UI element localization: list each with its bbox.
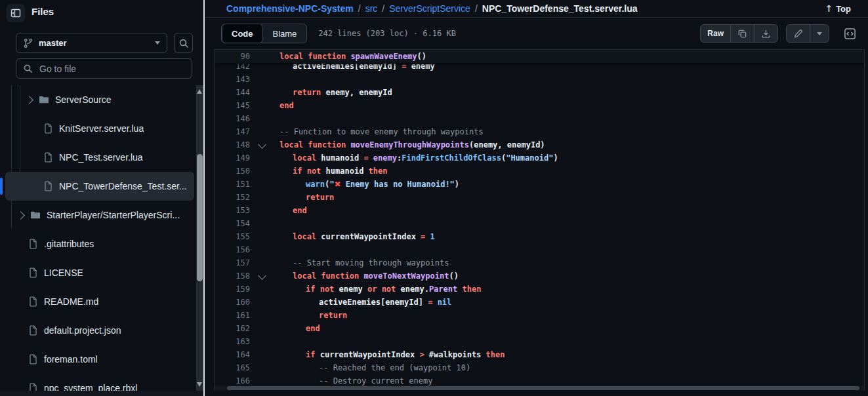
line-number[interactable]: 151 (215, 178, 250, 191)
line-number[interactable]: 155 (215, 230, 250, 243)
tree-item[interactable]: LICENSE (5, 258, 194, 287)
code-token: end (279, 101, 294, 110)
tree-item-label: KnitServer.server.lua (59, 123, 144, 134)
line-number[interactable]: 154 (215, 217, 250, 230)
tree-item[interactable]: KnitServer.server.lua (5, 114, 194, 143)
copy-raw-button[interactable] (730, 25, 754, 42)
scrollbar-thumb[interactable] (227, 386, 859, 390)
breadcrumb: Comprehensive-NPC-System/src/ServerScrip… (226, 3, 638, 14)
raw-button-group: Raw (700, 24, 778, 43)
line-number[interactable]: 156 (215, 243, 250, 256)
line-number[interactable]: 153 (215, 204, 250, 217)
tree-item-label: NPC_TowerDefense_Test.ser... (59, 181, 187, 191)
file-icon (43, 123, 53, 134)
edit-options-button[interactable] (810, 25, 829, 42)
breadcrumb-link[interactable]: ServerScriptService (389, 3, 470, 14)
tree-item[interactable]: README.md (5, 287, 194, 316)
breadcrumb-current-file: NPC_TowerDefense_Test.server.lua (482, 3, 638, 14)
code-text: -- Start moving through waypoints (279, 256, 449, 269)
line-number[interactable]: 90 (215, 50, 250, 63)
line-number[interactable]: 149 (215, 151, 250, 165)
code-token: = (363, 153, 368, 163)
line-number[interactable]: 162 (215, 322, 250, 335)
raw-button[interactable]: Raw (701, 25, 730, 42)
code-token: return (306, 193, 334, 202)
code-line: 165-- Reached the end (waypoint 10) (215, 361, 864, 374)
line-number[interactable]: 152 (215, 191, 250, 204)
tree-item[interactable]: ServerSource (5, 85, 194, 114)
scroll-up-arrow-icon[interactable] (197, 89, 202, 94)
fold-chevron-icon[interactable] (258, 140, 266, 149)
tree-item[interactable]: NPC_TowerDefense_Test.ser... (5, 172, 194, 201)
code-square-icon (844, 28, 856, 40)
edit-file-button[interactable] (787, 25, 810, 42)
line-number[interactable]: 147 (215, 125, 250, 138)
code-text: local function moveToNextWaypoint() (279, 269, 459, 283)
top-link-label: Top (836, 4, 851, 14)
code-token: Parent (429, 285, 457, 294)
sidebar-collapse-icon[interactable] (7, 4, 25, 22)
code-token: humanoid (321, 153, 363, 163)
line-number[interactable]: 163 (215, 335, 250, 348)
breadcrumb-link[interactable]: Comprehensive-NPC-System (226, 3, 354, 14)
breadcrumb-link[interactable]: src (365, 3, 378, 14)
code-token: (enemy, enemyId) (469, 140, 545, 149)
code-token: warn (306, 180, 325, 189)
tree-item-label: foreman.toml (44, 354, 98, 365)
fold-chevron-icon[interactable] (258, 271, 266, 280)
file-tree-sidebar: Files master (0, 0, 203, 396)
tree-item-label: ServerSource (55, 94, 112, 105)
code-token: then (462, 285, 481, 294)
code-token: "Humanoid" (506, 153, 553, 163)
code-line: 158local function moveToNextWaypoint() (215, 269, 864, 283)
line-number[interactable]: 161 (215, 309, 250, 322)
git-branch-icon (23, 38, 33, 49)
line-number[interactable]: 165 (215, 361, 250, 374)
tree-item[interactable]: .gitattributes (5, 229, 194, 258)
scroll-down-arrow-icon[interactable] (197, 382, 202, 387)
code-horizontal-scrollbar[interactable] (215, 386, 864, 391)
download-button[interactable] (754, 25, 777, 42)
code-token: then (369, 167, 388, 176)
code-text: local currentWaypointIndex = 1 (279, 230, 435, 243)
tree-item[interactable]: foreman.toml (5, 345, 194, 374)
tree-item[interactable]: NPC_Test.server.lua (5, 143, 194, 172)
branch-selector[interactable]: master (16, 33, 167, 53)
search-icon (23, 64, 33, 73)
code-line: 150if not humanoid then (215, 165, 864, 178)
code-token: () (449, 271, 458, 281)
code-token: currentWaypointIndex (321, 232, 421, 241)
tree-item[interactable]: default.project.json (5, 316, 194, 345)
line-number[interactable]: 157 (215, 256, 250, 269)
tab-blame[interactable]: Blame (263, 24, 307, 43)
sidebar-scrollbar[interactable] (196, 85, 203, 391)
code-token: enemy (339, 285, 367, 294)
symbols-panel-button[interactable] (842, 26, 858, 41)
go-to-file-input[interactable] (38, 63, 185, 75)
line-number[interactable]: 146 (215, 112, 250, 125)
search-icon (178, 38, 189, 49)
line-number[interactable]: 159 (215, 283, 250, 296)
code-token: ✖ (334, 180, 341, 189)
tree-item[interactable]: StarterPlayer/StarterPlayerScri... (5, 201, 194, 229)
code-token: 1 (430, 232, 435, 241)
code-line: 161return (215, 309, 864, 322)
code-text: if not enemy or not enemy.Parent then (279, 283, 481, 296)
tab-code[interactable]: Code (222, 24, 263, 43)
edit-pencil-icon (793, 29, 803, 39)
line-number[interactable]: 150 (215, 165, 250, 178)
search-this-repo-button[interactable] (174, 33, 193, 53)
code-line: 149local humanoid = enemy:FindFirstChild… (215, 151, 864, 165)
code-text: return (279, 309, 347, 322)
line-number[interactable]: 160 (215, 296, 250, 309)
line-number[interactable]: 158 (215, 269, 250, 283)
code-line: 155local currentWaypointIndex = 1 (215, 230, 864, 243)
line-number[interactable]: 164 (215, 348, 250, 361)
line-number[interactable]: 148 (215, 138, 250, 151)
sidebar-hscroll-track[interactable] (0, 391, 203, 396)
back-to-top-link[interactable]: ↑ Top (825, 3, 851, 14)
sidebar-resize-handle[interactable] (203, 0, 205, 396)
scrollbar-thumb[interactable] (197, 154, 203, 281)
files-panel-title: Files (31, 6, 54, 17)
code-line: 162end (215, 322, 864, 335)
